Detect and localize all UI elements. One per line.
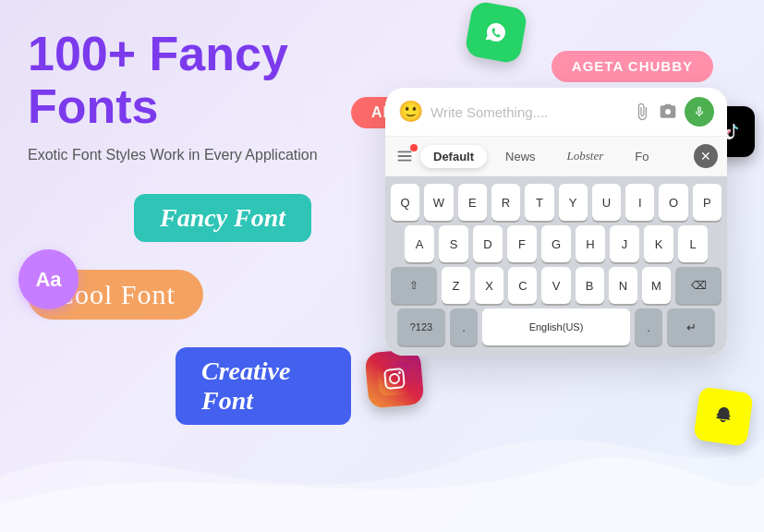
key-period-left[interactable]: . bbox=[450, 308, 478, 345]
attachment-icon[interactable] bbox=[633, 103, 651, 121]
key-o[interactable]: O bbox=[659, 184, 687, 221]
key-c[interactable]: C bbox=[508, 267, 537, 304]
key-space[interactable]: English(US) bbox=[482, 308, 630, 345]
subtitle-text: Exotic Font Styles Work in Every Applica… bbox=[28, 144, 351, 166]
key-x[interactable]: X bbox=[475, 267, 503, 304]
keyboard-mockup: 🙂 Write Something.... Default News bbox=[385, 88, 727, 356]
key-shift[interactable]: ⇧ bbox=[391, 267, 437, 304]
emoji-icon[interactable]: 🙂 bbox=[398, 100, 423, 124]
tab-lobster[interactable]: Lobster bbox=[554, 144, 617, 168]
key-a[interactable]: A bbox=[405, 225, 434, 262]
key-y[interactable]: Y bbox=[559, 184, 588, 221]
key-l[interactable]: L bbox=[678, 225, 708, 262]
key-e[interactable]: E bbox=[458, 184, 487, 221]
creative-font-label: Creative Font bbox=[201, 357, 290, 415]
key-z[interactable]: Z bbox=[442, 267, 470, 304]
key-s[interactable]: S bbox=[439, 225, 468, 262]
svg-rect-2 bbox=[376, 360, 412, 396]
key-j[interactable]: J bbox=[610, 225, 639, 262]
instagram-icon bbox=[364, 348, 424, 408]
headline-line1: 100+ Fancy bbox=[28, 28, 351, 80]
left-panel: 100+ Fancy Fonts Exotic Font Styles Work… bbox=[28, 28, 351, 425]
key-m[interactable]: M bbox=[642, 267, 671, 304]
key-f[interactable]: F bbox=[507, 225, 537, 262]
key-n[interactable]: N bbox=[609, 267, 637, 304]
key-h[interactable]: H bbox=[576, 225, 605, 262]
fancy-font-label: Fancy Font bbox=[160, 203, 285, 232]
mic-button[interactable] bbox=[685, 97, 714, 127]
key-i[interactable]: I bbox=[625, 184, 654, 221]
key-numbers[interactable]: ?123 bbox=[397, 308, 445, 345]
input-placeholder[interactable]: Write Something.... bbox=[431, 104, 625, 120]
keyboard-keys: Q W E R T Y U I O P A S D F G bbox=[385, 176, 727, 356]
tab-default[interactable]: Default bbox=[420, 145, 487, 168]
key-r[interactable]: R bbox=[491, 184, 520, 221]
key-d[interactable]: D bbox=[473, 225, 503, 262]
snapchat-icon bbox=[693, 386, 754, 447]
key-t[interactable]: T bbox=[525, 184, 553, 221]
fancy-font-badge: Fancy Font bbox=[134, 194, 311, 242]
key-backspace[interactable]: ⌫ bbox=[675, 267, 722, 304]
key-return[interactable]: ↵ bbox=[667, 308, 715, 345]
key-row-2: A S D F G H J K L bbox=[391, 225, 722, 262]
creative-font-badge: Creative Font bbox=[176, 347, 351, 425]
whatsapp-icon bbox=[464, 0, 528, 65]
aa-label: Aa bbox=[35, 268, 61, 292]
circle-aa-badge: Aa bbox=[18, 249, 79, 309]
camera-icon[interactable] bbox=[659, 103, 677, 121]
tab-fo[interactable]: Fo bbox=[622, 145, 661, 168]
key-g[interactable]: G bbox=[541, 225, 571, 262]
tab-news[interactable]: News bbox=[492, 145, 549, 168]
key-period-right[interactable]: . bbox=[635, 308, 662, 345]
font-tabs-bar: Default News Lobster Fo ✕ bbox=[385, 137, 727, 176]
input-icons bbox=[633, 97, 714, 127]
key-k[interactable]: K bbox=[644, 225, 673, 262]
font-grid-icon[interactable] bbox=[394, 146, 415, 166]
key-row-1: Q W E R T Y U I O P bbox=[391, 184, 722, 221]
key-v[interactable]: V bbox=[541, 267, 570, 304]
headline: 100+ Fancy Fonts bbox=[28, 28, 351, 133]
headline-line2: Fonts bbox=[28, 80, 351, 133]
key-p[interactable]: P bbox=[693, 184, 722, 221]
right-panel: 🙂 Write Something.... Default News bbox=[358, 14, 746, 517]
key-row-3: ⇧ Z X C V B N M ⌫ bbox=[391, 267, 722, 304]
key-u[interactable]: U bbox=[592, 184, 621, 221]
key-q[interactable]: Q bbox=[391, 184, 419, 221]
close-tab-button[interactable]: ✕ bbox=[694, 144, 718, 168]
key-row-4: ?123 . English(US) . ↵ bbox=[391, 308, 722, 345]
input-bar: 🙂 Write Something.... bbox=[385, 88, 727, 137]
main-container: 100+ Fancy Fonts Exotic Font Styles Work… bbox=[0, 0, 764, 532]
key-w[interactable]: W bbox=[424, 184, 453, 221]
key-b[interactable]: B bbox=[576, 267, 604, 304]
